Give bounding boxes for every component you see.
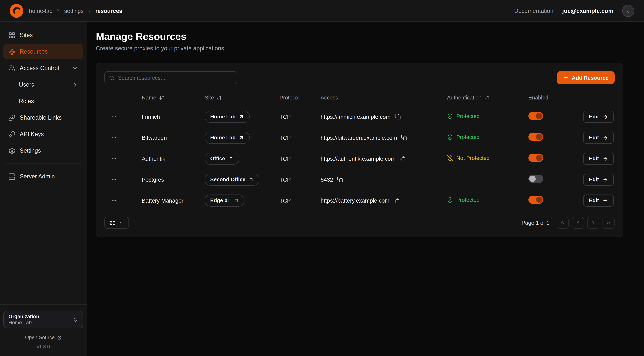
ellipsis-icon xyxy=(111,155,117,162)
cell-authentication: Protected xyxy=(447,134,528,141)
ellipsis-icon xyxy=(111,176,117,183)
site-link-button[interactable]: Home Lab xyxy=(204,132,250,144)
organization-text: Organization Home Lab xyxy=(8,314,39,326)
arrow-up-right-icon xyxy=(234,198,239,203)
cell-access: https://bitwarden.example.com xyxy=(320,134,447,141)
toggle-knob xyxy=(536,155,542,161)
column-name[interactable]: Name xyxy=(142,94,204,100)
first-page-button[interactable] xyxy=(556,217,569,229)
copy-button[interactable] xyxy=(337,176,343,182)
row-menu-button[interactable] xyxy=(109,174,119,185)
arrow-up-right-icon xyxy=(228,156,234,161)
resources-card: Add Resource Name Site xyxy=(96,63,623,237)
cell-enabled xyxy=(528,154,583,163)
copy-button[interactable] xyxy=(394,114,400,120)
cell-row-menu xyxy=(104,195,142,206)
organization-selector[interactable]: Organization Home Lab xyxy=(3,311,83,328)
access-value: https://battery.example.com xyxy=(320,197,390,204)
sidebar-item-server-admin[interactable]: Server Admin xyxy=(3,169,83,184)
sidebar-item-api-keys[interactable]: API Keys xyxy=(3,126,83,142)
sidebar-item-resources[interactable]: Resources xyxy=(3,44,83,59)
sidebar-divider xyxy=(5,164,81,164)
arrow-right-icon xyxy=(602,177,608,182)
shield-check-icon xyxy=(447,134,453,140)
arrow-right-icon xyxy=(602,198,608,203)
avatar[interactable]: J xyxy=(622,5,634,17)
site-link-button[interactable]: Office xyxy=(204,152,239,164)
search-input[interactable] xyxy=(104,71,237,84)
sidebar-item-shareable-links[interactable]: Shareable Links xyxy=(3,110,83,125)
previous-page-button[interactable] xyxy=(572,217,584,229)
cell-protocol: TCP xyxy=(280,197,320,204)
edit-button[interactable]: Edit xyxy=(583,110,614,123)
documentation-link[interactable]: Documentation xyxy=(514,8,554,14)
app-logo-icon[interactable] xyxy=(10,4,23,18)
site-name: Second Office xyxy=(210,176,246,182)
cell-row-menu xyxy=(104,153,142,164)
site-name: Office xyxy=(210,156,225,162)
enabled-toggle[interactable] xyxy=(528,133,543,141)
copy-icon xyxy=(401,134,407,140)
row-menu-button[interactable] xyxy=(109,132,119,143)
column-authentication[interactable]: Authentication xyxy=(447,94,528,100)
auth-badge: Protected xyxy=(447,113,480,119)
sidebar-item-users[interactable]: Users xyxy=(3,77,83,92)
cell-enabled xyxy=(528,112,583,121)
site-link-button[interactable]: Second Office xyxy=(204,174,260,186)
row-menu-button[interactable] xyxy=(109,153,119,164)
table-row: Battery Manager Edge 01 TCP https://batt… xyxy=(104,190,614,210)
site-link-button[interactable]: Edge 01 xyxy=(204,194,244,206)
breadcrumb-resources[interactable]: resources xyxy=(95,8,122,14)
sort-icon xyxy=(217,95,222,100)
arrow-up-right-icon xyxy=(239,114,244,119)
user-email[interactable]: joe@example.com xyxy=(562,8,614,14)
copy-button[interactable] xyxy=(394,197,400,203)
breadcrumb-org[interactable]: home-lab xyxy=(29,8,52,14)
cell-name: Authentik xyxy=(142,155,204,162)
copy-icon xyxy=(394,197,400,203)
edit-button[interactable]: Edit xyxy=(583,132,614,144)
next-page-button[interactable] xyxy=(587,217,599,229)
enabled-toggle[interactable] xyxy=(528,112,543,120)
sidebar-item-roles[interactable]: Roles xyxy=(3,94,83,109)
breadcrumb-settings[interactable]: settings xyxy=(64,8,84,14)
shield-off-icon xyxy=(447,155,453,161)
sidebar-item-access-control[interactable]: Access Control xyxy=(3,60,83,76)
open-source-link[interactable]: Open Source xyxy=(3,335,83,340)
sidebar-item-label: Users xyxy=(19,81,34,88)
cell-authentication: Not Protected xyxy=(447,155,528,162)
site-link-button[interactable]: Home Lab xyxy=(204,110,250,123)
edit-button[interactable]: Edit xyxy=(583,152,614,164)
enabled-toggle[interactable] xyxy=(528,196,543,204)
cell-edit: Edit xyxy=(583,132,614,144)
column-authentication-label: Authentication xyxy=(447,94,482,100)
copy-button[interactable] xyxy=(400,156,406,162)
column-site[interactable]: Site xyxy=(204,94,280,100)
column-site-label: Site xyxy=(204,94,214,100)
page-size-select[interactable]: 20 xyxy=(104,217,129,229)
enabled-toggle[interactable] xyxy=(528,175,543,183)
breadcrumb: home-lab settings resources xyxy=(29,8,122,14)
sidebar-item-sites[interactable]: Sites xyxy=(3,28,83,43)
copy-button[interactable] xyxy=(401,134,407,140)
organization-title: Organization xyxy=(8,314,39,319)
auth-label: - xyxy=(447,177,449,183)
cell-access: https://authentik.example.com xyxy=(320,155,447,162)
last-page-button[interactable] xyxy=(602,217,614,229)
edit-button[interactable]: Edit xyxy=(583,174,614,186)
edit-button[interactable]: Edit xyxy=(583,194,614,206)
resources-icon xyxy=(8,48,15,55)
row-menu-button[interactable] xyxy=(109,112,119,122)
cell-protocol: TCP xyxy=(280,176,320,183)
external-link-icon xyxy=(57,335,62,340)
sidebar-item-label: Resources xyxy=(20,48,48,55)
enabled-toggle[interactable] xyxy=(528,154,543,162)
cell-site: Office xyxy=(204,152,280,164)
resources-table: Name Site Protocol Access xyxy=(104,89,614,210)
sidebar-item-settings[interactable]: Settings xyxy=(3,143,83,158)
cell-name: Postgres xyxy=(142,176,204,183)
row-menu-button[interactable] xyxy=(109,195,119,206)
cell-access: 5432 xyxy=(320,176,447,183)
table-header: Name Site Protocol Access xyxy=(104,89,614,106)
add-resource-button[interactable]: Add Resource xyxy=(557,71,614,84)
